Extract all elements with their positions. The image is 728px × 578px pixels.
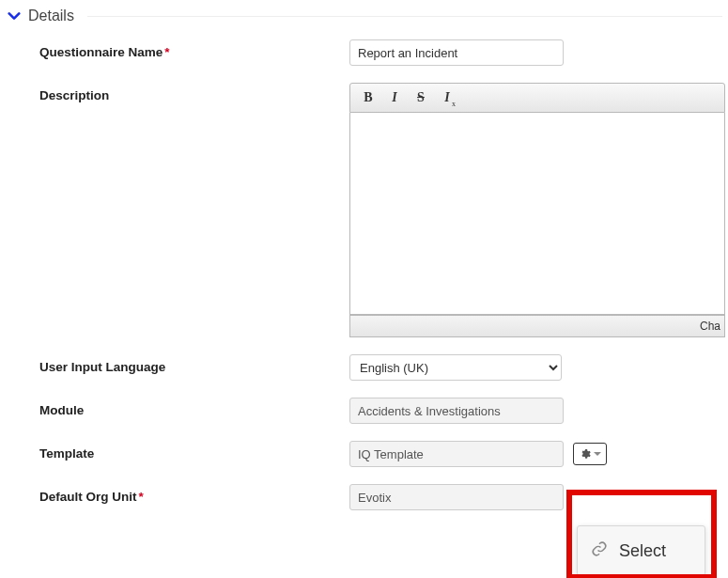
questionnaire-name-input[interactable] xyxy=(349,39,564,66)
rte-italic-button[interactable]: I xyxy=(382,86,407,109)
row-user-input-language: User Input Language English (UK) xyxy=(39,354,728,381)
rte-body[interactable] xyxy=(349,113,725,315)
label-description: Description xyxy=(39,83,349,102)
chevron-down-icon xyxy=(6,9,23,23)
label-default-org-unit: Default Org Unit* xyxy=(39,484,349,504)
rte-footer-text: Cha xyxy=(700,320,720,333)
label-text: Questionnaire Name xyxy=(39,45,163,59)
row-questionnaire-name: Questionnaire Name* xyxy=(39,39,728,66)
module-input xyxy=(349,398,564,424)
label-user-input-language: User Input Language xyxy=(39,354,349,374)
dropdown-item-select[interactable]: Select xyxy=(578,530,705,571)
gear-icon xyxy=(580,448,591,460)
rte-footer: Cha xyxy=(349,315,725,337)
required-marker: * xyxy=(139,490,144,504)
template-input xyxy=(349,441,564,467)
row-default-org-unit: Default Org Unit* xyxy=(39,484,728,510)
template-dropdown-menu: Select xyxy=(577,525,705,576)
user-input-language-select[interactable]: English (UK) xyxy=(349,354,562,381)
caret-down-icon xyxy=(594,452,601,456)
row-module: Module xyxy=(39,398,728,424)
rte-bold-button[interactable]: B xyxy=(356,86,380,109)
default-org-unit-input xyxy=(349,484,564,510)
details-section-header[interactable]: Details xyxy=(0,0,728,30)
section-divider xyxy=(87,16,722,17)
link-icon xyxy=(591,540,608,562)
required-marker: * xyxy=(164,45,169,59)
label-template: Template xyxy=(39,441,349,461)
row-template: Template xyxy=(39,441,728,467)
row-description: Description B I S I Cha xyxy=(39,83,728,337)
label-questionnaire-name: Questionnaire Name* xyxy=(39,39,349,59)
form-area: Questionnaire Name* Description B I S I … xyxy=(0,30,728,510)
section-title: Details xyxy=(28,8,74,24)
dropdown-item-label: Select xyxy=(619,541,666,561)
rte-strike-button[interactable]: S xyxy=(409,86,433,109)
rte-clear-format-button[interactable]: I xyxy=(435,86,459,109)
template-gear-button[interactable] xyxy=(573,443,607,465)
description-editor: B I S I Cha xyxy=(349,83,725,337)
label-text: Default Org Unit xyxy=(39,490,137,504)
rte-toolbar: B I S I xyxy=(349,83,725,113)
label-module: Module xyxy=(39,398,349,417)
